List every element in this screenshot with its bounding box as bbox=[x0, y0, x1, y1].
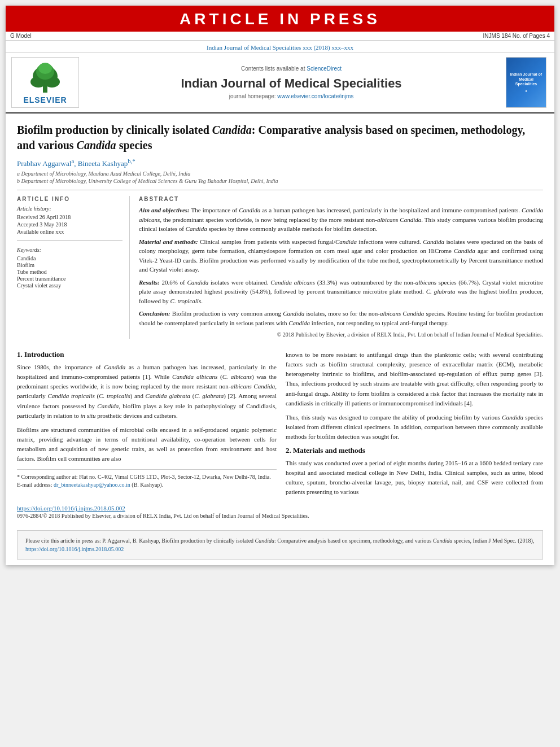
abstract-copyright: © 2018 Published by Elsevier, a division… bbox=[139, 331, 543, 339]
intro-right-para1: known to be more resistant to antifungal… bbox=[286, 350, 543, 408]
body-content: 1. Introduction Since 1980s, the importa… bbox=[6, 344, 554, 525]
body-left-col: 1. Introduction Since 1980s, the importa… bbox=[17, 350, 277, 501]
keywords-label: Keywords: bbox=[17, 247, 123, 253]
journal-code: INJMS 184 No. of Pages 4 bbox=[483, 33, 550, 39]
footnote-section: * Corresponding author at: Flat no. C-40… bbox=[17, 469, 277, 489]
doi-link[interactable]: https://doi.org/10.1016/j.injms.2018.05.… bbox=[17, 505, 543, 512]
authors: Prabhav Aggarwala, Bineeta Kashyapb,* bbox=[17, 158, 543, 168]
email-link[interactable]: dr_binneetakashyap@yahoo.co.in bbox=[54, 482, 130, 488]
keyword-percent-transmittance: Percent transmittance bbox=[17, 276, 123, 282]
journal-homepage: journal homepage: www.elsevier.com/locat… bbox=[87, 93, 496, 99]
journal-homepage-link[interactable]: www.elsevier.com/locate/injms bbox=[277, 93, 353, 99]
affiliation-b: b Department of Microbiology, University… bbox=[17, 178, 543, 184]
received-date: Received 26 April 2018 bbox=[17, 214, 123, 220]
journal-title: Indian Journal of Medical Specialities bbox=[87, 76, 496, 91]
main-content: Biofilm production by clinically isolate… bbox=[6, 113, 554, 344]
accepted-date: Accepted 3 May 2018 bbox=[17, 221, 123, 228]
journal-cover-container: Indian Journal of Medical Specialities ● bbox=[504, 57, 549, 108]
svg-rect-0 bbox=[43, 86, 47, 93]
abstract-col: ABSTRACT Aim and objectives: The importa… bbox=[139, 196, 543, 339]
publisher-line: 0976-2884/© 2018 Published by Elsevier, … bbox=[17, 513, 543, 519]
intro-para2: Biofilms are structured communities of m… bbox=[17, 425, 277, 464]
intro-para1: Since 1980s, the importance of Candida a… bbox=[17, 362, 277, 420]
section1-title: 1. Introduction bbox=[17, 350, 277, 359]
keyword-candida: Candida bbox=[17, 255, 123, 261]
abstract-results: Results: 20.6% of Candida isolates were … bbox=[139, 278, 543, 306]
journal-link-text: Indian Journal of Medical Specialities x… bbox=[207, 44, 353, 51]
journal-header: ELSEVIER Contents lists available at Sci… bbox=[6, 53, 554, 113]
divider bbox=[17, 190, 543, 190]
elsevier-brand-text: ELSEVIER bbox=[23, 95, 67, 104]
svg-point-5 bbox=[38, 63, 52, 74]
article-in-press-banner: ARTICLE IN PRESS bbox=[6, 6, 554, 32]
g-model-bar: G Model INJMS 184 No. of Pages 4 bbox=[6, 32, 554, 41]
article-info-heading: ARTICLE INFO bbox=[17, 196, 123, 202]
sciencedirect-link[interactable]: ScienceDirect bbox=[307, 65, 342, 72]
article-info-col: ARTICLE INFO Article history: Received 2… bbox=[17, 196, 130, 339]
article-info-abstract: ARTICLE INFO Article history: Received 2… bbox=[17, 196, 543, 339]
footnote-corresponding: * Corresponding author at: Flat no. C-40… bbox=[17, 473, 277, 481]
affiliation-a: a Department of Microbiology, Maulana Az… bbox=[17, 171, 543, 177]
article-in-press-text: ARTICLE IN PRESS bbox=[180, 10, 380, 28]
g-model-label: G Model bbox=[10, 33, 32, 39]
elsevier-tree-icon bbox=[23, 60, 68, 94]
contents-available-text: Contents lists available at ScienceDirec… bbox=[87, 65, 496, 72]
abstract-methods: Material and methods: Clinical samples f… bbox=[139, 237, 543, 274]
keyword-tube-method: Tube method bbox=[17, 269, 123, 275]
info-divider bbox=[17, 241, 123, 241]
journal-center-info: Contents lists available at ScienceDirec… bbox=[85, 57, 498, 108]
elsevier-logo-container: ELSEVIER bbox=[11, 57, 79, 108]
footnote-email: E-mail address: dr_binneetakashyap@yahoo… bbox=[17, 481, 277, 489]
page: ARTICLE IN PRESS G Model INJMS 184 No. o… bbox=[6, 6, 554, 565]
keyword-biofilm: Biofilm bbox=[17, 262, 123, 268]
body-two-col: 1. Introduction Since 1980s, the importa… bbox=[17, 350, 543, 501]
journal-link-bar: Indian Journal of Medical Specialities x… bbox=[6, 41, 554, 53]
keywords-section: Keywords: Candida Biofilm Tube method Pe… bbox=[17, 247, 123, 289]
citation-box: Please cite this article in press as: P.… bbox=[17, 530, 543, 560]
article-title: Biofilm production by clinically isolate… bbox=[17, 123, 543, 153]
abstract-aim: Aim and objectives: The importance of Ca… bbox=[139, 206, 543, 234]
body-right-col: known to be more resistant to antifungal… bbox=[286, 350, 543, 501]
methods-para1: This study was conducted over a period o… bbox=[286, 458, 543, 497]
available-date: Available online xxx bbox=[17, 229, 123, 235]
keyword-crystal-violet: Crystal violet assay bbox=[17, 282, 123, 289]
journal-cover-image: Indian Journal of Medical Specialities ● bbox=[506, 57, 546, 108]
section2-title: 2. Materials and methods bbox=[286, 446, 543, 455]
intro-right-para2: Thus, this study was designed to compare… bbox=[286, 413, 543, 442]
article-history-label: Article history: bbox=[17, 206, 123, 212]
abstract-heading: ABSTRACT bbox=[139, 196, 543, 202]
citation-doi-link[interactable]: https://doi.org/10.1016/j.injms.2018.05.… bbox=[25, 546, 124, 552]
abstract-conclusion: Conclusion: Biofilm production is very c… bbox=[139, 309, 543, 327]
